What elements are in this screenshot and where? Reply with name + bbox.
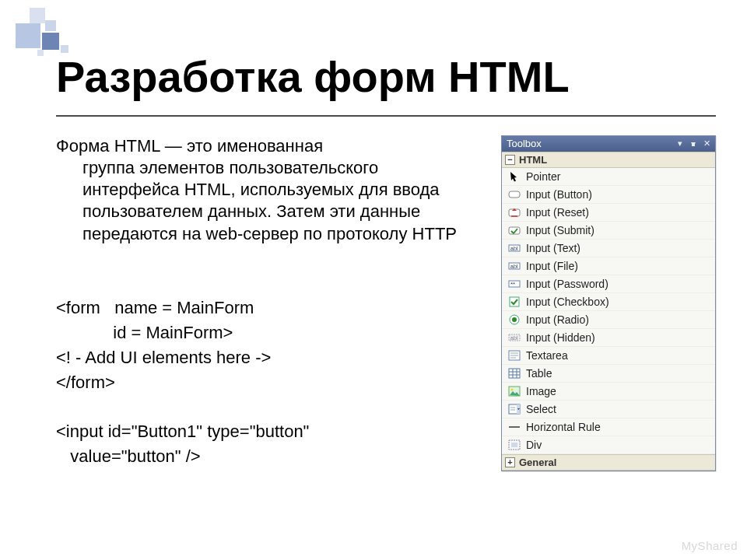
toolbox-item[interactable]: Input (Radio)	[502, 311, 715, 329]
toolbox-item[interactable]: Textarea	[502, 347, 715, 365]
toolbox-item[interactable]: ablInput (File)	[502, 257, 715, 275]
toolbox-panel: Toolbox ▾ ✕ − HTML PointerInput (Button)…	[501, 135, 716, 471]
slide-body-text: Форма HTML — это именованная группа элем…	[56, 135, 461, 245]
toolbox-title-label: Toolbox	[507, 138, 542, 149]
svg-text:abl: abl	[510, 264, 518, 269]
expand-icon[interactable]: +	[505, 457, 515, 467]
toolbox-item-label: Table	[526, 367, 552, 380]
svg-point-24	[511, 389, 514, 391]
toolbox-item[interactable]: Input (Submit)	[502, 222, 715, 240]
pin-icon[interactable]	[688, 138, 699, 149]
svg-text:abl: abl	[510, 335, 518, 341]
toolbox-item[interactable]: Div	[502, 436, 715, 454]
toolbox-item-list: PointerInput (Button)Input (Reset)Input …	[502, 168, 715, 454]
toolbox-item-label: Input (Text)	[526, 242, 580, 254]
toolbox-item-label: Input (Reset)	[526, 206, 589, 219]
toolbox-item-label: Input (File)	[526, 260, 578, 272]
toolbox-section-label: HTML	[519, 154, 547, 166]
svg-rect-0	[509, 191, 520, 198]
dropdown-icon[interactable]: ▾	[675, 138, 686, 149]
toolbox-item[interactable]: Input (Button)	[502, 186, 715, 204]
paragraph-first-line: Форма HTML — это именованная	[56, 136, 323, 156]
toolbox-item[interactable]: Pointer	[502, 168, 715, 186]
select-icon	[508, 403, 521, 415]
toolbox-item-label: Input (Hidden)	[526, 331, 595, 344]
pointer-icon	[508, 170, 521, 183]
div-icon	[508, 439, 521, 451]
password-icon: **	[508, 278, 521, 290]
toolbox-item-label: Textarea	[526, 349, 568, 362]
toolbox-item[interactable]: ablInput (Hidden)	[502, 329, 715, 347]
toolbox-item[interactable]: Horizontal Rule	[502, 418, 715, 436]
watermark: MyShared	[682, 539, 738, 552]
code-example: <form name = MainForm id = MainForm> <! …	[56, 296, 461, 469]
toolbox-item-label: Select	[526, 403, 556, 415]
title-underline	[56, 115, 716, 117]
slide-corner-decoration	[16, 3, 87, 58]
svg-rect-9	[510, 297, 519, 306]
toolbox-section-label: General	[519, 457, 556, 468]
toolbox-item-label: Image	[526, 385, 556, 397]
submit-icon	[508, 224, 521, 236]
paragraph-rest: группа элементов пользовательского интер…	[56, 157, 461, 245]
toolbox-item[interactable]: Input (Reset)	[502, 204, 715, 222]
text-icon: abl	[508, 242, 521, 254]
toolbox-item-label: Input (Radio)	[526, 313, 589, 326]
svg-rect-18	[509, 369, 520, 378]
toolbox-section-general[interactable]: + General	[502, 454, 715, 471]
toolbox-item[interactable]: Table	[502, 365, 715, 383]
toolbox-item[interactable]: ablInput (Text)	[502, 240, 715, 257]
toolbox-item-label: Pointer	[526, 170, 560, 183]
toolbox-item-label: Div	[526, 439, 542, 451]
toolbox-item-label: Input (Submit)	[526, 224, 594, 236]
reset-icon	[508, 206, 521, 219]
textarea-icon	[508, 349, 521, 362]
svg-point-11	[512, 317, 517, 322]
toolbox-item-label: Input (Checkbox)	[526, 296, 609, 308]
close-icon[interactable]: ✕	[701, 138, 712, 149]
toolbox-titlebar[interactable]: Toolbox ▾ ✕	[502, 136, 715, 152]
table-icon	[508, 367, 521, 380]
slide-title: Разработка форм HTML	[56, 51, 570, 102]
toolbox-section-html[interactable]: − HTML	[502, 152, 715, 168]
toolbox-item[interactable]: Input (Checkbox)	[502, 293, 715, 311]
toolbox-item-label: Horizontal Rule	[526, 421, 601, 433]
button-icon	[508, 188, 521, 201]
checkbox-icon	[508, 296, 521, 308]
toolbox-item[interactable]: Select	[502, 401, 715, 418]
hr-icon	[508, 421, 521, 433]
toolbox-item[interactable]: **Input (Password)	[502, 275, 715, 293]
svg-rect-31	[511, 443, 517, 447]
svg-text:**: **	[510, 281, 515, 288]
image-icon	[508, 385, 521, 397]
collapse-icon[interactable]: −	[505, 155, 515, 165]
hidden-icon: abl	[508, 331, 521, 344]
toolbox-item-label: Input (Password)	[526, 278, 608, 290]
toolbox-item-label: Input (Button)	[526, 188, 592, 201]
toolbox-item[interactable]: Image	[502, 383, 715, 401]
text-icon: abl	[508, 260, 521, 272]
svg-text:abl: abl	[510, 246, 518, 251]
radio-icon	[508, 313, 521, 326]
